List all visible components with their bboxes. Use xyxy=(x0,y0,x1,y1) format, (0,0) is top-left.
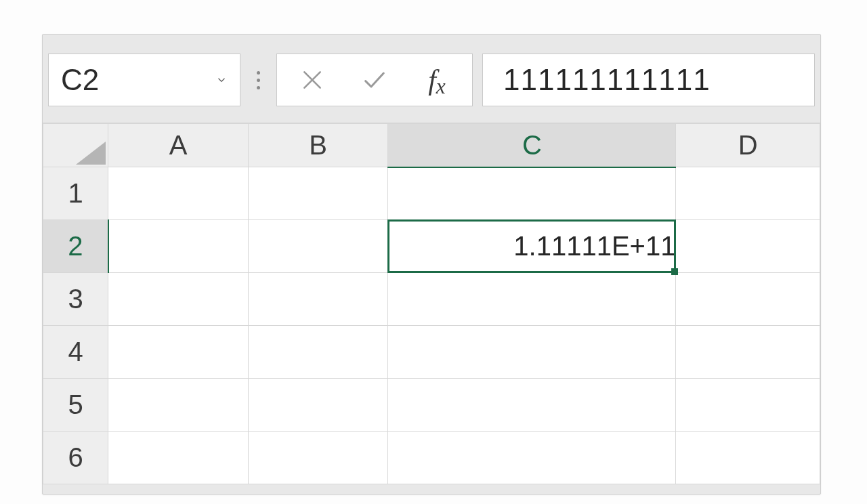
column-header-B[interactable]: B xyxy=(248,124,388,167)
spreadsheet-window: C2 fx xyxy=(42,34,821,495)
insert-function-button[interactable]: fx xyxy=(406,54,468,106)
row-header-6[interactable]: 6 xyxy=(43,432,108,484)
cell-C6[interactable] xyxy=(388,432,676,484)
cell-A3[interactable] xyxy=(108,273,249,326)
cell-B1[interactable] xyxy=(248,167,388,220)
formula-input[interactable]: 111111111111 xyxy=(482,54,815,106)
formula-bar-buttons: fx xyxy=(276,54,473,106)
row-header-1[interactable]: 1 xyxy=(43,167,108,220)
cell-A2[interactable] xyxy=(108,220,249,273)
row-3: 3 xyxy=(43,273,820,326)
cell-D1[interactable] xyxy=(676,167,820,220)
cell-A4[interactable] xyxy=(108,326,249,379)
cell-A5[interactable] xyxy=(108,379,249,432)
cell-D4[interactable] xyxy=(676,326,820,379)
column-header-row: A B C D xyxy=(43,124,820,167)
row-1: 1 xyxy=(43,167,820,220)
cell-D6[interactable] xyxy=(676,432,820,484)
fill-handle[interactable] xyxy=(671,268,678,275)
row-5: 5 xyxy=(43,379,820,432)
cell-C2[interactable]: 1.11111E+11 xyxy=(388,220,676,273)
cell-C2-value: 1.11111E+11 xyxy=(513,231,675,261)
cell-D2[interactable] xyxy=(676,220,820,273)
select-all-corner[interactable] xyxy=(43,124,108,167)
cell-B2[interactable] xyxy=(248,220,388,273)
cell-C3[interactable] xyxy=(388,273,676,326)
row-header-5[interactable]: 5 xyxy=(43,379,108,432)
cell-B5[interactable] xyxy=(248,379,388,432)
row-header-4[interactable]: 4 xyxy=(43,326,108,379)
cell-C4[interactable] xyxy=(388,326,676,379)
name-box-value: C2 xyxy=(61,63,99,97)
row-6: 6 xyxy=(43,432,820,484)
cell-B6[interactable] xyxy=(248,432,388,484)
formula-bar: C2 fx xyxy=(43,35,820,123)
row-header-3[interactable]: 3 xyxy=(43,273,108,326)
cell-A6[interactable] xyxy=(108,432,249,484)
name-box[interactable]: C2 xyxy=(48,54,240,106)
row-header-2[interactable]: 2 xyxy=(43,220,108,273)
formula-input-value: 111111111111 xyxy=(503,63,711,97)
fx-icon: fx xyxy=(428,64,446,96)
formula-bar-drag-handle-icon[interactable] xyxy=(250,71,267,89)
cell-D5[interactable] xyxy=(676,379,820,432)
column-header-A[interactable]: A xyxy=(108,124,249,167)
cell-C5[interactable] xyxy=(388,379,676,432)
row-2: 2 1.11111E+11 xyxy=(43,220,820,273)
cell-A1[interactable] xyxy=(108,167,249,220)
grid-area: A B C D 1 2 1.11111E+11 xyxy=(43,123,820,484)
cancel-button[interactable] xyxy=(281,54,343,106)
row-4: 4 xyxy=(43,326,820,379)
cell-C1[interactable] xyxy=(388,167,676,220)
column-header-D[interactable]: D xyxy=(676,124,820,167)
enter-button[interactable] xyxy=(343,54,406,106)
spreadsheet-grid[interactable]: A B C D 1 2 1.11111E+11 xyxy=(43,123,820,484)
cell-B4[interactable] xyxy=(248,326,388,379)
column-header-C[interactable]: C xyxy=(388,124,676,167)
cell-D3[interactable] xyxy=(676,273,820,326)
name-box-dropdown-icon[interactable] xyxy=(215,74,228,86)
cell-B3[interactable] xyxy=(248,273,388,326)
